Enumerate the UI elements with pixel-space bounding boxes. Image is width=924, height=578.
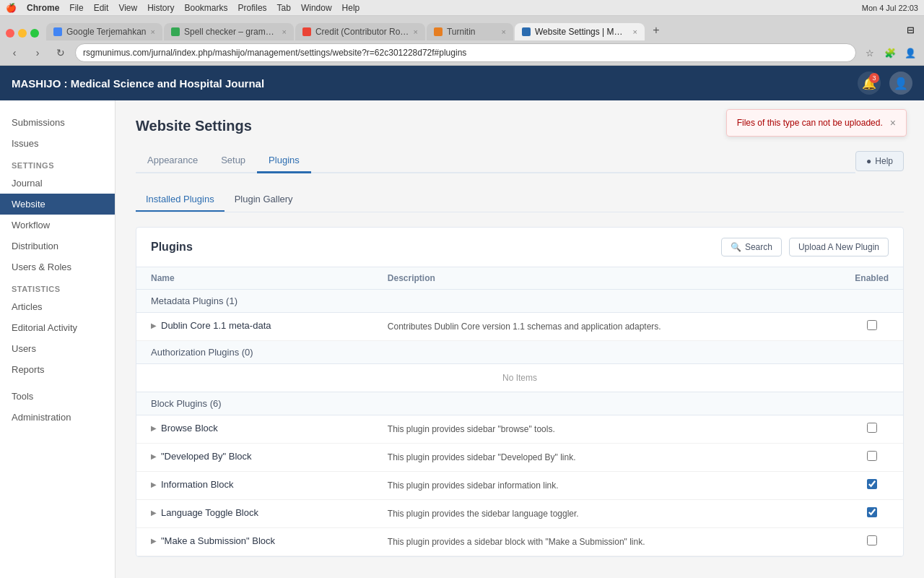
- sidebar-item-website[interactable]: Website: [0, 194, 115, 215]
- sidebar-item-users-roles[interactable]: Users & Roles: [0, 256, 115, 277]
- expand-icon[interactable]: ▶: [151, 480, 157, 488]
- user-avatar-button[interactable]: 👤: [889, 72, 912, 95]
- section-authorization-count: (0): [242, 347, 253, 358]
- plugins-table: Name Description Enabled Metadata Plugin…: [136, 267, 903, 556]
- sidebar-item-administration[interactable]: Administration: [0, 407, 115, 428]
- plugin-name-label: Dublin Core 1.1 meta-data: [161, 320, 271, 331]
- plugin-enabled-checkbox[interactable]: [867, 320, 877, 330]
- expand-icon[interactable]: ▶: [151, 537, 157, 545]
- sidebar-item-reports[interactable]: Reports: [0, 359, 115, 380]
- menu-chrome[interactable]: Chrome: [27, 3, 59, 13]
- upload-plugin-button[interactable]: Upload A New Plugin: [789, 238, 889, 256]
- menu-tab[interactable]: Tab: [277, 3, 291, 13]
- section-metadata-label: Metadata Plugins: [151, 296, 223, 306]
- plugin-tab-installed[interactable]: Installed Plugins: [136, 188, 225, 212]
- sidebar-item-articles[interactable]: Articles: [0, 296, 115, 317]
- sidebar-item-issues[interactable]: Issues: [0, 133, 115, 154]
- plugin-enabled-checkbox[interactable]: [867, 451, 877, 461]
- plugin-desc: Contributes Dublin Core version 1.1 sche…: [388, 322, 661, 332]
- new-tab-button[interactable]: +: [646, 20, 666, 40]
- plugin-browse-block: ▶ Browse Block This plugin provides side…: [136, 415, 903, 444]
- menu-history[interactable]: History: [147, 3, 174, 13]
- sidebar-item-users[interactable]: Users: [0, 338, 115, 359]
- plugin-enabled-checkbox[interactable]: [867, 535, 877, 545]
- tab-close-icon[interactable]: ×: [414, 27, 418, 36]
- help-icon: ●: [866, 156, 871, 166]
- tab-google-translate[interactable]: Google Terjemahkan ×: [46, 23, 162, 40]
- notification-badge: 3: [869, 73, 879, 83]
- expand-icon[interactable]: ▶: [151, 424, 157, 432]
- expand-icon[interactable]: ▶: [151, 322, 157, 329]
- apple-icon[interactable]: 🍎: [6, 3, 17, 13]
- tab-label: Credit (Contributor Role Taxon...: [315, 27, 409, 37]
- plugin-tabs: Installed Plugins Plugin Gallery: [136, 188, 904, 212]
- sidebar: Submissions Issues Settings Journal Webs…: [0, 100, 116, 578]
- col-enabled: Enabled: [840, 267, 903, 290]
- tab-credit[interactable]: Credit (Contributor Role Taxon... ×: [295, 23, 425, 40]
- plugins-header: Plugins 🔍 Search Upload A New Plugin: [136, 228, 903, 267]
- menu-bookmarks[interactable]: Bookmarks: [185, 3, 228, 13]
- sidebar-item-submissions[interactable]: Submissions: [0, 112, 115, 133]
- minimize-window-icon[interactable]: ⊟: [902, 22, 918, 38]
- tab-favicon: [53, 27, 62, 36]
- tab-label: Website Settings | MASHIJO ...: [535, 27, 629, 37]
- menu-window[interactable]: Window: [301, 3, 332, 13]
- notification-button[interactable]: 🔔 3: [858, 72, 881, 95]
- tab-close-icon[interactable]: ×: [633, 27, 637, 36]
- plugin-desc: This plugin provides sidebar "browse" to…: [388, 424, 555, 434]
- bookmark-icon[interactable]: ☆: [862, 45, 878, 61]
- menu-file[interactable]: File: [69, 3, 83, 13]
- window-minimize[interactable]: [18, 29, 27, 38]
- plugin-desc: This plugin provides sidebar information…: [388, 480, 559, 491]
- plugin-dublin-core: ▶ Dublin Core 1.1 meta-data Contributes …: [136, 313, 903, 341]
- col-name: Name: [136, 267, 373, 290]
- menu-view[interactable]: View: [118, 3, 137, 13]
- menu-edit[interactable]: Edit: [94, 3, 109, 13]
- tab-favicon: [171, 27, 180, 36]
- tab-plugins[interactable]: Plugins: [257, 149, 311, 173]
- section-block: Block Plugins (6): [136, 392, 903, 415]
- reload-button[interactable]: ↻: [52, 44, 69, 61]
- tab-favicon: [434, 27, 443, 36]
- expand-icon[interactable]: ▶: [151, 452, 157, 460]
- window-close[interactable]: [6, 29, 14, 38]
- forward-button[interactable]: ›: [29, 44, 46, 61]
- tab-close-icon[interactable]: ×: [502, 27, 506, 36]
- tab-spell-checker[interactable]: Spell checker – grammar and ... ×: [164, 23, 294, 40]
- section-block-count: (6): [210, 398, 222, 409]
- tab-website-settings[interactable]: Website Settings | MASHIJO ... ×: [515, 23, 645, 40]
- tab-turnitin[interactable]: Turnitin ×: [427, 23, 513, 40]
- plugin-enabled-checkbox[interactable]: [867, 507, 877, 517]
- tab-label: Turnitin: [447, 27, 497, 37]
- alert-message: Files of this type can not be uploaded.: [737, 118, 883, 128]
- profile-icon[interactable]: 👤: [902, 45, 918, 61]
- app-header: MASHIJO : Medical Science and Hospital J…: [0, 66, 924, 100]
- sidebar-item-editorial-activity[interactable]: Editorial Activity: [0, 317, 115, 338]
- search-button[interactable]: 🔍 Search: [721, 238, 782, 256]
- tab-close-icon[interactable]: ×: [282, 27, 287, 36]
- back-button[interactable]: ‹: [6, 44, 23, 61]
- window-maximize[interactable]: [30, 29, 39, 38]
- tab-favicon: [302, 27, 311, 36]
- sidebar-item-distribution[interactable]: Distribution: [0, 236, 115, 256]
- url-bar[interactable]: [75, 43, 856, 62]
- plugin-name-label: "Developed By" Block: [161, 451, 252, 462]
- sidebar-section-statistics: Statistics: [0, 277, 115, 296]
- sidebar-item-workflow[interactable]: Workflow: [0, 215, 115, 236]
- plugin-enabled-checkbox[interactable]: [867, 479, 877, 489]
- sidebar-item-journal[interactable]: Journal: [0, 173, 115, 194]
- help-button[interactable]: ● Help: [855, 151, 904, 171]
- plugin-enabled-checkbox[interactable]: [867, 423, 877, 433]
- plugin-developed-by: ▶ "Developed By" Block This plugin provi…: [136, 444, 903, 472]
- plugins-title: Plugins: [151, 241, 193, 254]
- plugin-tab-gallery[interactable]: Plugin Gallery: [225, 188, 303, 212]
- menu-profiles[interactable]: Profiles: [238, 3, 267, 13]
- tab-close-icon[interactable]: ×: [151, 27, 155, 36]
- tab-setup[interactable]: Setup: [209, 149, 257, 173]
- expand-icon[interactable]: ▶: [151, 509, 157, 517]
- extension-icon[interactable]: 🧩: [882, 45, 898, 61]
- menu-help[interactable]: Help: [342, 3, 360, 13]
- sidebar-item-tools[interactable]: Tools: [0, 386, 115, 407]
- alert-close-button[interactable]: ×: [890, 117, 896, 129]
- tab-appearance[interactable]: Appearance: [136, 149, 209, 173]
